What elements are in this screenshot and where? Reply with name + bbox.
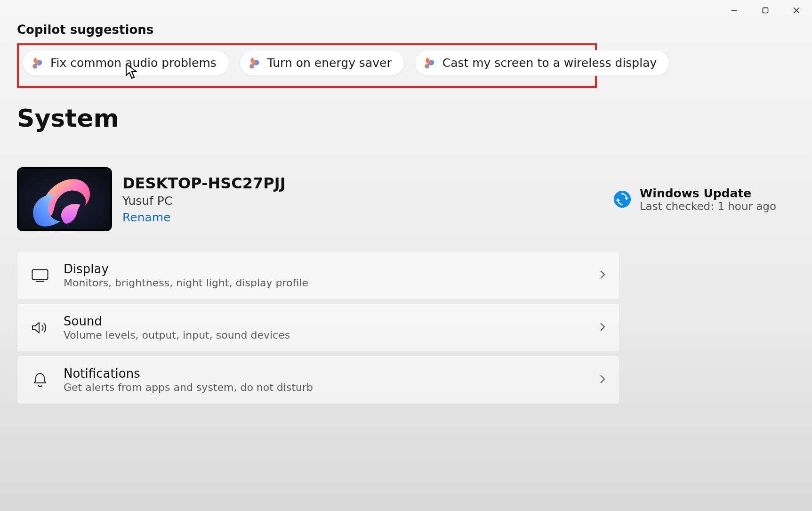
copilot-icon	[31, 57, 44, 70]
copilot-pill-energy[interactable]: Turn on energy saver	[240, 50, 404, 76]
page-title: System	[17, 104, 795, 132]
chevron-right-icon	[599, 374, 606, 386]
update-sync-icon	[613, 190, 631, 208]
copilot-suggestions-highlight: Fix common audio problems Turn on energy…	[17, 43, 597, 88]
copilot-pill-label: Cast my screen to a wireless display	[442, 56, 657, 70]
row-title: Sound	[64, 314, 290, 328]
row-title: Notifications	[64, 366, 313, 381]
copilot-pill-label: Turn on energy saver	[267, 56, 392, 70]
desktop-wallpaper-thumbnail	[17, 167, 112, 231]
row-title: Display	[64, 262, 308, 276]
device-subtitle: Yusuf PC	[122, 194, 286, 208]
device-summary-row: DESKTOP-HSC27PJJ Yusuf PC Rename Windows…	[17, 167, 795, 231]
display-icon	[31, 266, 49, 285]
row-subtitle: Volume levels, output, input, sound devi…	[64, 329, 290, 341]
settings-row-sound[interactable]: Sound Volume levels, output, input, soun…	[17, 303, 619, 352]
copilot-icon	[248, 57, 261, 70]
settings-row-display[interactable]: Display Monitors, brightness, night ligh…	[17, 251, 619, 300]
system-settings-list: Display Monitors, brightness, night ligh…	[17, 251, 795, 404]
close-button[interactable]	[781, 0, 812, 21]
copilot-icon	[423, 57, 436, 70]
window-controls	[719, 0, 812, 21]
windows-update-title: Windows Update	[640, 187, 776, 200]
copilot-pill-audio[interactable]: Fix common audio problems	[23, 50, 229, 76]
row-subtitle: Get alerts from apps and system, do not …	[64, 381, 313, 393]
windows-update-summary[interactable]: Windows Update Last checked: 1 hour ago	[613, 187, 795, 212]
svg-rect-1	[763, 8, 768, 13]
chevron-right-icon	[599, 269, 606, 282]
chevron-right-icon	[599, 322, 606, 334]
device-name: DESKTOP-HSC27PJJ	[122, 174, 286, 192]
rename-link[interactable]: Rename	[122, 211, 171, 224]
row-subtitle: Monitors, brightness, night light, displ…	[64, 277, 308, 289]
settings-row-notifications[interactable]: Notifications Get alerts from apps and s…	[17, 356, 619, 404]
sound-icon	[31, 318, 49, 337]
minimize-button[interactable]	[719, 0, 750, 21]
svg-rect-6	[32, 269, 48, 279]
windows-update-sub: Last checked: 1 hour ago	[640, 200, 776, 212]
copilot-pill-cast[interactable]: Cast my screen to a wireless display	[415, 50, 670, 76]
copilot-pill-label: Fix common audio problems	[50, 56, 217, 70]
copilot-suggestions-header: Copilot suggestions	[17, 23, 795, 37]
maximize-button[interactable]	[750, 0, 781, 21]
bell-icon	[31, 371, 49, 389]
